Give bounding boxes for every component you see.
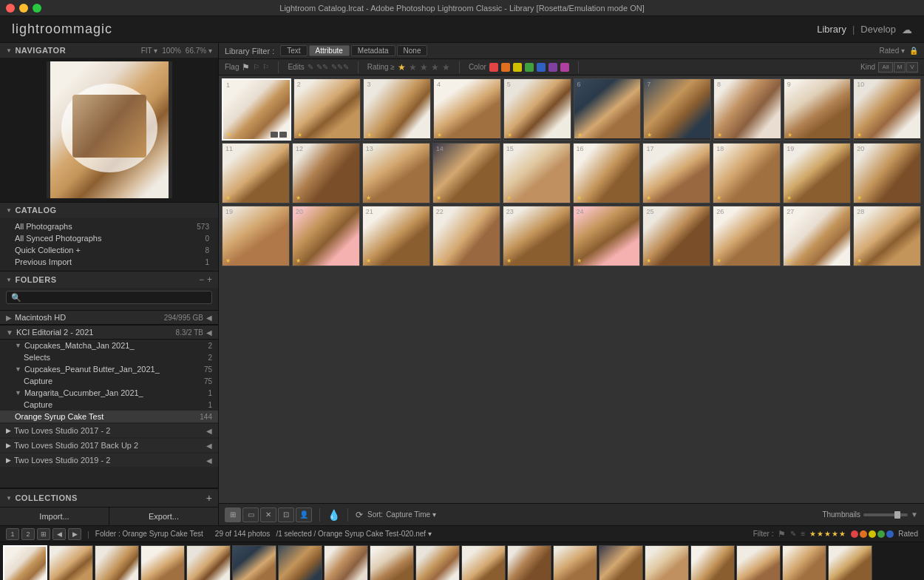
attr-color-magenta[interactable] <box>560 63 569 72</box>
grid-cell-21[interactable]: 19 ★ <box>222 206 290 266</box>
grid-cell-22[interactable]: 20 ★ <box>292 206 360 266</box>
grid-cell-9[interactable]: 9 ★ <box>784 78 852 141</box>
photo-grid[interactable]: 1 ★ 2 ★ 3 ★ <box>219 75 924 503</box>
filmstrip-thumb-14[interactable] <box>599 545 643 581</box>
statusbar-color-yellow[interactable] <box>869 530 876 538</box>
folder-item-margarita[interactable]: ▼ Margarita_Cucumber_Jan 2021_ 1 <box>0 387 218 399</box>
statusbar-filter-flag[interactable]: ⚑ <box>778 529 786 539</box>
catalog-item-quick-collection[interactable]: Quick Collection + 8 <box>0 244 218 256</box>
maximize-button[interactable] <box>33 4 41 13</box>
attr-edits-icon3[interactable]: ✎✎✎ <box>331 63 349 71</box>
filmstrip-thumb-6[interactable] <box>232 545 276 581</box>
catalog-item-previous-import[interactable]: Previous Import 1 <box>0 256 218 268</box>
grid-cell-10[interactable]: 10 ★ <box>853 78 921 141</box>
folders-minus-icon[interactable]: − <box>199 274 204 285</box>
drive-two-loves-2017[interactable]: ▶ Two Loves Studio 2017 - 2 ◀ <box>0 424 218 437</box>
attr-color-yellow[interactable] <box>513 63 522 72</box>
grid-cell-12[interactable]: 12 ★ <box>292 143 360 203</box>
grid-cell-26[interactable]: 24 ★ <box>573 206 641 266</box>
sort-value[interactable]: Capture Time ▾ <box>386 510 436 519</box>
grid-cell-18[interactable]: 18 ★ <box>713 143 781 203</box>
filmstrip-thumb-19[interactable] <box>828 545 872 581</box>
attr-star-2[interactable]: ★ <box>409 62 417 72</box>
grid-cell-5[interactable]: 5 ★ <box>503 78 571 141</box>
filter-tab-none[interactable]: None <box>397 45 428 56</box>
filmstrip-thumb-11[interactable] <box>461 545 506 581</box>
grid-cell-23[interactable]: 21 ★ <box>362 206 430 266</box>
thumbnails-slider[interactable] <box>863 513 908 516</box>
navigator-zoom1[interactable]: 100% <box>162 47 181 55</box>
attr-color-orange[interactable] <box>501 63 510 72</box>
drive-two-loves-2019[interactable]: ▶ Two Loves Studio 2019 - 2 ◀ <box>0 453 218 467</box>
attr-flag-pick[interactable]: ⚑ <box>242 62 250 72</box>
folder-item-cupcakes-pb[interactable]: ▼ Cupcakes_Peanut Butter_Jan_2021_ 75 <box>0 363 218 375</box>
grid-cell-3[interactable]: 3 ★ <box>363 78 431 141</box>
grid-cell-13[interactable]: 13 ★ <box>362 143 430 203</box>
grid-cell-8[interactable]: 8 ★ <box>713 78 781 141</box>
filmstrip-thumb-12[interactable] <box>507 545 551 581</box>
navigator-header[interactable]: ▼ Navigator FIT ▾ 100% 66.7% ▾ <box>0 43 218 58</box>
grid-cell-6[interactable]: 6 ★ <box>574 78 642 141</box>
folders-header[interactable]: ▼ Folders − + <box>0 272 218 288</box>
statusbar-color-red[interactable] <box>851 530 858 538</box>
statusbar-filter-list[interactable]: ≡ <box>801 530 805 538</box>
filmstrip-thumb-16[interactable] <box>690 545 735 581</box>
folders-plus-icon[interactable]: + <box>207 274 212 285</box>
attr-color-green[interactable] <box>525 63 534 72</box>
filmstrip[interactable] <box>0 542 924 580</box>
grid-cell-24[interactable]: 22 ★ <box>432 206 500 266</box>
grid-cell-1[interactable]: 1 ★ <box>222 78 291 141</box>
attr-star-3[interactable]: ★ <box>420 62 428 72</box>
nav-develop[interactable]: Develop <box>860 24 896 35</box>
catalog-header[interactable]: ▼ Catalog <box>0 203 218 218</box>
filmstrip-thumb-10[interactable] <box>415 545 460 581</box>
grid-cell-25[interactable]: 23 ★ <box>503 206 571 266</box>
folder-item-selects[interactable]: Selects 2 <box>0 351 218 363</box>
filmstrip-thumb-4[interactable] <box>140 545 185 581</box>
grid-cell-20[interactable]: 20 ★ <box>853 143 921 203</box>
grid-cell-19[interactable]: 19 ★ <box>783 143 851 203</box>
filmstrip-thumb-15[interactable] <box>645 545 689 581</box>
statusbar-selected-info[interactable]: /1 selected / Orange Syrup Cake Test-020… <box>276 530 432 538</box>
drive-two-loves-backup[interactable]: ▶ Two Loves Studio 2017 Back Up 2 ◀ <box>0 439 218 452</box>
attr-star-1[interactable]: ★ <box>398 62 406 72</box>
grid-cell-14[interactable]: 14 ★ <box>432 143 500 203</box>
view-people-button[interactable]: 👤 <box>296 508 312 522</box>
filmstrip-thumb-3[interactable] <box>95 545 139 581</box>
attr-star-5[interactable]: ★ <box>442 62 450 72</box>
statusbar-grid-icon[interactable]: ⊞ <box>37 528 50 540</box>
filmstrip-thumb-18[interactable] <box>782 545 826 581</box>
filmstrip-thumb-17[interactable] <box>736 545 781 581</box>
filmstrip-thumb-2[interactable] <box>49 545 93 581</box>
filmstrip-thumb-1[interactable] <box>3 545 47 581</box>
close-button[interactable] <box>6 4 15 13</box>
filter-tab-attribute[interactable]: Attribute <box>309 45 350 56</box>
filmstrip-thumb-7[interactable] <box>278 545 322 581</box>
grid-cell-2[interactable]: 2 ★ <box>293 78 361 141</box>
kind-btn-master[interactable]: M <box>894 62 906 72</box>
filter-tab-text[interactable]: Text <box>280 45 307 56</box>
drive-macintosh-hd[interactable]: ▶ Macintosh HD 294/995 GB ◀ <box>0 310 218 325</box>
grid-cell-28[interactable]: 26 ★ <box>713 206 781 266</box>
attr-edits-icon[interactable]: ✎ <box>308 63 313 71</box>
grid-cell-30[interactable]: 28 ★ <box>853 206 921 266</box>
grid-cell-27[interactable]: 25 ★ <box>642 206 710 266</box>
kind-btn-virtual[interactable]: V <box>906 62 918 72</box>
grid-cell-17[interactable]: 17 ★ <box>642 143 710 203</box>
filter-lock-icon[interactable]: 🔒 <box>909 47 918 55</box>
grid-cell-16[interactable]: 16 ★ <box>573 143 641 203</box>
grid-cell-29[interactable]: 27 ★ <box>783 206 851 266</box>
attr-star-4[interactable]: ★ <box>431 62 439 72</box>
statusbar-page1[interactable]: 1 <box>6 528 19 540</box>
catalog-item-all-photos[interactable]: All Photographs 573 <box>0 220 218 232</box>
attr-flag-reject[interactable]: ⚐ <box>262 63 269 71</box>
toolbar-rotate-icon[interactable]: ⟳ <box>356 510 363 520</box>
statusbar-page2[interactable]: 2 <box>21 528 35 540</box>
toolbar-expand-icon[interactable]: ▼ <box>911 510 918 519</box>
filmstrip-thumb-9[interactable] <box>370 545 414 581</box>
toolbar-spray-icon[interactable]: 💧 <box>327 509 340 521</box>
window-controls[interactable] <box>6 4 41 13</box>
filmstrip-thumb-8[interactable] <box>324 545 368 581</box>
statusbar-nav-left[interactable]: ◀ <box>52 528 66 540</box>
statusbar-nav-right[interactable]: ▶ <box>68 528 81 540</box>
